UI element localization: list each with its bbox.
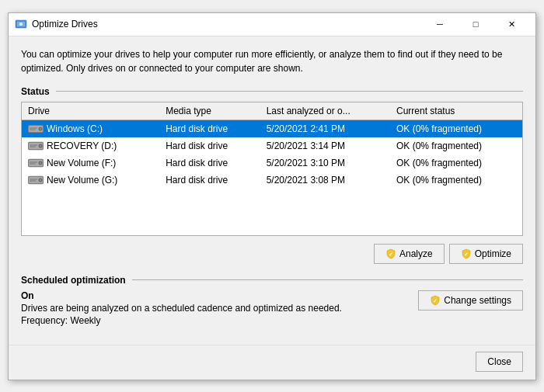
media-type-cell: Hard disk drive	[159, 120, 260, 137]
svg-rect-7	[30, 127, 37, 128]
last-analyzed-cell: 5/20/2021 3:14 PM	[260, 137, 390, 154]
scheduled-section: On Drives are being analyzed on a schedu…	[21, 290, 523, 326]
svg-point-24	[40, 179, 42, 181]
shield-analyze-icon: ✓	[385, 248, 396, 259]
drive-cell: New Volume (G:)	[22, 172, 159, 189]
status-section-header: Status	[21, 86, 523, 97]
svg-rect-25	[30, 179, 37, 179]
optimize-drives-window: Optimize Drives ─ □ ✕ You can optimize y…	[8, 12, 536, 380]
table-row[interactable]: RECOVERY (D:) Hard disk drive5/20/2021 3…	[22, 137, 522, 154]
media-type-cell: Hard disk drive	[159, 137, 260, 154]
svg-text:✓: ✓	[464, 252, 469, 257]
svg-text:✓: ✓	[389, 252, 393, 257]
table-row[interactable]: New Volume (F:) Hard disk drive5/20/2021…	[22, 154, 522, 172]
hdd-icon	[28, 158, 44, 168]
scheduled-section-header: Scheduled optimization	[21, 275, 523, 286]
status-cell: OK (0% fragmented)	[390, 120, 522, 137]
empty-area	[22, 189, 522, 235]
svg-rect-13	[30, 144, 37, 145]
scheduled-frequency: Frequency: Weekly	[21, 315, 342, 326]
footer: Close	[9, 345, 535, 380]
svg-point-18	[40, 161, 42, 164]
minimize-button[interactable]: ─	[422, 12, 458, 36]
hdd-icon	[28, 140, 44, 151]
window-controls: ─ □ ✕	[422, 12, 529, 36]
frequency-label: Frequency:	[21, 315, 68, 326]
last-analyzed-cell: 5/20/2021 2:41 PM	[260, 120, 390, 137]
scheduled-status: On	[21, 290, 342, 301]
drive-cell: RECOVERY (D:)	[22, 137, 159, 154]
hdd-icon	[28, 123, 44, 134]
maximize-button[interactable]: □	[458, 12, 493, 36]
close-button[interactable]: Close	[476, 352, 523, 372]
drives-table: Drive Media type Last analyzed or o... C…	[22, 102, 522, 189]
drive-cell: Windows (C:)	[22, 120, 159, 137]
last-analyzed-cell: 5/20/2021 3:10 PM	[260, 154, 390, 172]
frequency-value: Weekly	[70, 315, 100, 326]
table-header-row: Drive Media type Last analyzed or o... C…	[22, 102, 522, 120]
col-media-type: Media type	[159, 102, 260, 120]
status-cell: OK (0% fragmented)	[390, 154, 522, 172]
drive-cell: New Volume (F:)	[22, 154, 159, 172]
scheduled-description: Drives are being analyzed on a scheduled…	[21, 303, 342, 314]
window-title: Optimize Drives	[32, 19, 422, 29]
svg-point-6	[40, 127, 42, 130]
optimize-button[interactable]: ✓ Optimize	[449, 244, 523, 264]
status-cell: OK (0% fragmented)	[390, 137, 522, 154]
svg-rect-14	[30, 146, 36, 147]
svg-rect-19	[30, 161, 37, 162]
table-row[interactable]: Windows (C:) Hard disk drive5/20/2021 2:…	[22, 120, 522, 137]
description-text: You can optimize your drives to help you…	[21, 47, 523, 75]
status-cell: OK (0% fragmented)	[390, 172, 522, 189]
change-settings-button[interactable]: ✓ Change settings	[418, 290, 523, 310]
shield-optimize-icon: ✓	[461, 248, 472, 259]
scheduled-info: On Drives are being analyzed on a schedu…	[21, 290, 342, 326]
main-content: You can optimize your drives to help you…	[9, 36, 535, 342]
close-window-button[interactable]: ✕	[493, 12, 529, 36]
col-drive: Drive	[22, 102, 159, 120]
svg-rect-8	[30, 129, 36, 130]
svg-point-12	[40, 144, 42, 147]
table-row[interactable]: New Volume (G:) Hard disk drive5/20/2021…	[22, 172, 522, 189]
svg-text:✓: ✓	[433, 298, 438, 304]
svg-point-2	[19, 23, 23, 26]
table-buttons: ✓ Analyze ✓ Optimize	[21, 244, 523, 264]
col-last-analyzed: Last analyzed or o...	[260, 102, 390, 120]
last-analyzed-cell: 5/20/2021 3:08 PM	[260, 172, 390, 189]
window-icon	[15, 18, 27, 30]
analyze-button[interactable]: ✓ Analyze	[374, 244, 445, 264]
hdd-icon	[28, 175, 44, 186]
shield-settings-icon: ✓	[430, 295, 441, 306]
media-type-cell: Hard disk drive	[159, 172, 260, 189]
col-current-status: Current status	[390, 102, 522, 120]
scheduled-row: On Drives are being analyzed on a schedu…	[21, 290, 523, 326]
drives-table-container: Drive Media type Last analyzed or o... C…	[21, 102, 523, 236]
svg-rect-20	[30, 163, 36, 164]
title-bar: Optimize Drives ─ □ ✕	[9, 13, 535, 36]
media-type-cell: Hard disk drive	[159, 154, 260, 172]
svg-rect-26	[30, 180, 36, 181]
